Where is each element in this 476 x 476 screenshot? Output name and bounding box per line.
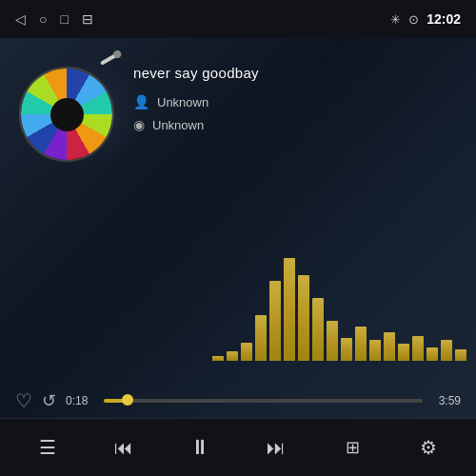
progress-thumb[interactable] — [122, 394, 133, 406]
visualizer-bar — [384, 332, 395, 361]
visualizer-bar — [241, 343, 252, 361]
nav-icons: ◁ ○ □ ⊟ — [15, 11, 93, 27]
track-meta: 👤 Unknown ◉ Unknown — [133, 94, 457, 132]
album-row: ◉ Unknown — [133, 117, 457, 132]
visualizer-bar — [369, 340, 381, 361]
repeat-button[interactable]: ↺ — [42, 390, 56, 411]
visualizer-bar — [455, 349, 466, 361]
playlist-icon: ☰ — [39, 436, 56, 459]
total-time: 3:59 — [432, 394, 461, 407]
player-main: never say goodbay 👤 Unknown ◉ Unknown ♡ … — [0, 38, 476, 418]
prev-button[interactable]: ⏮ — [103, 426, 145, 468]
visualizer-bar — [227, 351, 238, 361]
favorite-button[interactable]: ♡ — [15, 389, 32, 412]
visualizer-bar — [412, 336, 424, 361]
status-bar: ◁ ○ □ ⊟ ✳ ⊙ 12:02 — [0, 0, 476, 38]
visualizer-bar — [355, 327, 367, 361]
artist-icon: 👤 — [133, 94, 149, 109]
bluetooth-icon: ✳ — [390, 12, 401, 27]
status-time: 12:02 — [426, 11, 461, 27]
track-title: never say goodbay — [133, 65, 457, 81]
visualizer-bar — [426, 347, 438, 361]
disc-center — [50, 98, 84, 131]
current-time: 0:18 — [66, 394, 94, 407]
home-icon[interactable]: ○ — [39, 11, 47, 27]
progress-area: ♡ ↺ 0:18 3:59 — [0, 382, 476, 418]
next-button[interactable]: ⏭ — [255, 426, 297, 468]
artist-row: 👤 Unknown — [133, 94, 457, 109]
location-icon: ⊙ — [408, 12, 419, 27]
visualizer-bar — [284, 258, 295, 361]
settings-button[interactable]: ⚙ — [407, 426, 449, 468]
album-art — [19, 67, 114, 162]
next-icon: ⏭ — [267, 437, 286, 459]
equalizer-button[interactable]: ⊞ — [331, 426, 373, 468]
status-icons: ✳ ⊙ 12:02 — [390, 11, 461, 27]
album-label: Unknown — [152, 118, 204, 132]
album-art-disc — [21, 67, 112, 162]
apps-icon[interactable]: ⊟ — [82, 11, 93, 27]
visualizer-bar — [298, 275, 309, 361]
album-icon: ◉ — [133, 117, 145, 132]
visualizer-bar — [269, 281, 281, 361]
visualizer-bar — [327, 321, 338, 361]
visualizer-bar — [212, 356, 224, 361]
playlist-button[interactable]: ☰ — [27, 426, 69, 468]
album-art-container — [19, 67, 114, 162]
visualizer — [212, 247, 466, 361]
bottom-controls: ☰ ⏮ ⏸ ⏭ ⊞ ⚙ — [0, 419, 476, 476]
visualizer-bar — [341, 338, 352, 361]
settings-icon: ⚙ — [420, 436, 437, 459]
visualizer-bar — [312, 298, 324, 361]
artist-label: Unknown — [157, 95, 208, 109]
progress-fill — [104, 399, 128, 403]
play-pause-button[interactable]: ⏸ — [179, 426, 221, 468]
visualizer-bar — [398, 344, 409, 361]
track-info: never say goodbay 👤 Unknown ◉ Unknown — [133, 57, 457, 132]
visualizer-bar — [255, 315, 267, 361]
recent-icon[interactable]: □ — [60, 11, 68, 27]
prev-icon: ⏮ — [114, 437, 133, 459]
progress-track[interactable] — [104, 399, 423, 403]
equalizer-icon: ⊞ — [346, 437, 360, 458]
visualizer-bar — [441, 340, 452, 361]
back-icon[interactable]: ◁ — [15, 11, 26, 27]
play-pause-icon: ⏸ — [189, 435, 210, 460]
needle-icon — [100, 51, 120, 65]
